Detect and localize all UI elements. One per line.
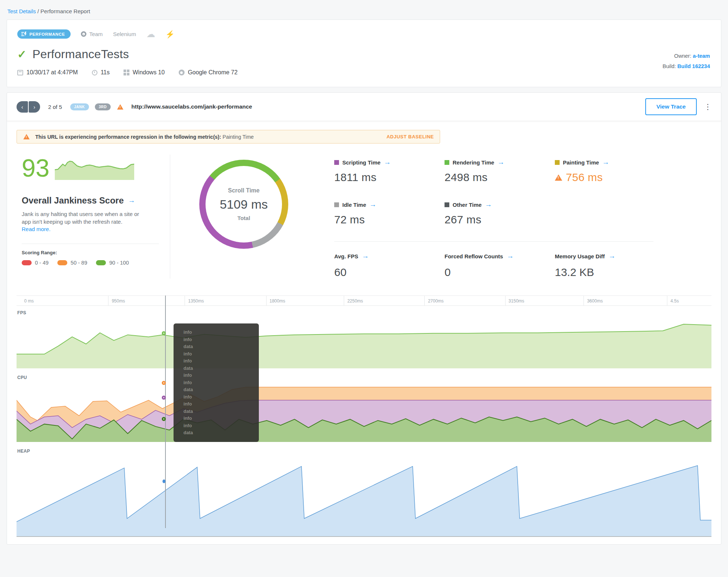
tooltip-row-3: info [183, 351, 259, 358]
metric-idle-time: Idle Time → 72 ms [334, 201, 445, 226]
rendering-swatch [445, 160, 449, 165]
tooltip-row-0: info [183, 329, 259, 336]
cloud-icon: ☁ [146, 30, 155, 39]
tooltip-row-10: info [183, 401, 259, 408]
cpu-chart[interactable] [17, 382, 711, 442]
jank-badge: JANK [70, 103, 89, 110]
metric-rendering-time: Rendering Time → 2498 ms [445, 158, 555, 184]
avg-fps-arrow-icon[interactable]: → [362, 252, 369, 260]
tick-line-4 [344, 296, 344, 305]
url-warning-icon [117, 104, 124, 109]
scroll-time-panel: Scroll Time 5109 ms Total [170, 155, 317, 279]
calendar-icon [17, 70, 23, 75]
timeline-ruler[interactable]: 0 ms950ms1350ms1800ms2250ms2700ms3150ms3… [17, 295, 711, 306]
painting-warning-icon [555, 174, 562, 181]
team-item: Team [81, 31, 103, 37]
kebab-menu-icon[interactable]: ⋮ [704, 102, 711, 111]
meta-os: Windows 10 [124, 69, 165, 76]
memory-diff-arrow-icon[interactable]: → [609, 252, 615, 260]
jankiness-score-panel: 93 Overall Jankiness Score → Jank is any… [17, 155, 170, 279]
heap-section-label: HEAP [17, 449, 711, 454]
other-arrow-icon[interactable]: → [485, 201, 492, 209]
range-mid-swatch [57, 260, 67, 265]
metric-other-time: Other Time → 267 ms [445, 201, 555, 226]
cursor-marker-cpu-green [162, 417, 166, 421]
range-high-swatch [96, 260, 106, 265]
page: Test Details / Performance Report PERFOR… [0, 0, 728, 545]
prev-page-button[interactable]: ‹ [17, 101, 28, 113]
cpu-section-label: CPU [17, 375, 711, 380]
third-badge: 3RD [95, 103, 111, 110]
tick-line-2 [185, 296, 185, 305]
painting-arrow-icon[interactable]: → [602, 158, 609, 166]
tick-line-7 [584, 296, 584, 305]
score-description: Jank is any halting that users see when … [22, 210, 145, 226]
summary-memory-diff: Memory Usage Diff → 13.2 KB [555, 252, 665, 279]
tick-label-3: 1800ms [270, 298, 285, 304]
breadcrumb: Test Details / Performance Report [0, 0, 728, 14]
summary-avg-fps: Avg. FPS → 60 [334, 252, 445, 279]
tooltip-row-13: info [183, 422, 259, 430]
idle-arrow-icon[interactable]: → [370, 201, 377, 209]
meta-date: 10/30/17 at 4:47PM [17, 69, 78, 76]
metrics-content: 93 Overall Jankiness Score → Jank is any… [7, 144, 721, 291]
timeline-tooltip: infoinfodatainfoinfodatainfoinfodatainfo… [174, 323, 259, 442]
score-title-row: Overall Jankiness Score → [22, 195, 159, 206]
fps-chart[interactable] [17, 318, 711, 368]
rendering-arrow-icon[interactable]: → [497, 158, 504, 166]
metric-breakdown-panel: Scripting Time → 1811 ms Rendering Time … [334, 155, 665, 279]
breadcrumb-link-test-details[interactable]: Test Details [7, 8, 36, 14]
tick-line-5 [424, 296, 425, 305]
performance-badge: PERFORMANCE [17, 29, 71, 39]
title-row: ✓ PerformanceTests [17, 47, 711, 61]
regression-alert: This URL is experiencing performance reg… [17, 130, 440, 144]
tick-label-5: 2700ms [428, 298, 444, 304]
owner-link[interactable]: a-team [693, 53, 710, 59]
range-low: 0 - 49 [22, 260, 49, 266]
chrome-icon [179, 70, 185, 75]
tooltip-row-11: data [183, 408, 259, 415]
view-trace-button[interactable]: View Trace [645, 98, 697, 115]
scoring-range-label: Scoring Range: [22, 250, 159, 255]
tick-label-7: 3600ms [587, 298, 603, 304]
summary-forced-reflow: Forced Reflow Counts → 0 [445, 252, 555, 279]
report-card: ‹ › 2 of 5 JANK 3RD http://www.saucelabs… [7, 92, 721, 545]
donut-label-bottom: Total [238, 215, 250, 221]
passed-check-icon: ✓ [17, 48, 26, 61]
heap-chart[interactable] [17, 456, 711, 536]
score-divider [22, 244, 159, 244]
lightning-icon: ⚡ [165, 31, 175, 38]
performance-bolt-icon [21, 32, 27, 36]
read-more-link[interactable]: Read more. [22, 226, 50, 232]
meta-browser: Google Chrome 72 [179, 69, 238, 76]
score-arrow-icon[interactable]: → [128, 197, 135, 205]
cursor-marker-heap [163, 479, 165, 483]
fps-section-label: FPS [17, 310, 711, 315]
tooltip-row-12: info [183, 415, 259, 422]
score-title: Overall Jankiness Score [22, 195, 124, 206]
cursor-marker-cpu-purple [162, 396, 166, 400]
scripting-arrow-icon[interactable]: → [384, 158, 391, 166]
range-mid: 50 - 89 [57, 260, 87, 266]
tick-line-6 [505, 296, 506, 305]
tooltip-row-5: data [183, 365, 259, 372]
summary-divider [334, 241, 653, 242]
metrics-grid: Scripting Time → 1811 ms Rendering Time … [334, 158, 665, 226]
tick-line-3 [266, 296, 267, 305]
pager: ‹ › [17, 101, 40, 113]
build-link[interactable]: Build 162234 [677, 63, 710, 69]
scoring-range-legend: 0 - 49 50 - 89 90 - 100 [22, 260, 159, 266]
build-line: Build: Build 162234 [663, 61, 710, 71]
forced-reflow-arrow-icon[interactable]: → [507, 252, 514, 260]
adjust-baseline-button[interactable]: ADJUST BASELINE [386, 134, 434, 139]
tooltip-row-6: info [183, 372, 259, 379]
next-page-button[interactable]: › [29, 101, 40, 113]
meta-duration: 11s [92, 69, 110, 76]
timeline-cursor-line[interactable] [165, 295, 166, 528]
nav-actions: View Trace ⋮ [645, 98, 711, 115]
tick-label-8: 4.5s [670, 298, 679, 304]
meta-row: 10/30/17 at 4:47PM 11s Windows 10 Google… [17, 69, 711, 76]
breadcrumb-separator: / [38, 8, 39, 14]
donut-label-top: Scroll Time [228, 187, 260, 194]
page-url: http://www.saucelabs.com/jank-performanc… [131, 103, 252, 110]
